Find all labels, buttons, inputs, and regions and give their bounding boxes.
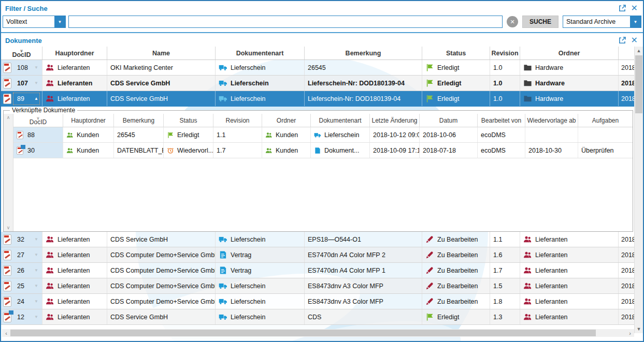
chevron-down-icon[interactable]: ▼ bbox=[34, 237, 38, 242]
doc-type: Lieferschein bbox=[231, 80, 269, 87]
linked-column-status[interactable]: Status bbox=[164, 114, 213, 127]
scroll-left-icon[interactable]: ‹ bbox=[2, 329, 10, 337]
chevron-down-icon[interactable]: ▼ bbox=[34, 81, 38, 85]
linked-column-docid[interactable]: ∨DocID bbox=[13, 114, 63, 127]
customers-people-icon bbox=[265, 147, 273, 154]
delivery-truck-icon bbox=[314, 131, 321, 139]
scroll-down-icon[interactable]: ▼ bbox=[635, 325, 643, 333]
chevron-down-icon[interactable]: ▼ bbox=[34, 268, 38, 273]
chevron-down-icon[interactable]: ▼ bbox=[34, 315, 38, 319]
edit-pen-icon bbox=[425, 250, 434, 259]
suppliers-people-icon bbox=[46, 297, 54, 306]
main-folder: Lieferanten bbox=[58, 298, 90, 305]
docid-cell: 89▲ bbox=[1, 91, 42, 106]
scroll-down-icon[interactable]: ∨ bbox=[7, 225, 10, 230]
doc-revision: 1.6 bbox=[490, 247, 520, 262]
doc-name: CDS Service GmbH bbox=[107, 91, 216, 106]
linked-column-bearbeitet-von[interactable]: Bearbeitet von bbox=[478, 114, 525, 127]
docid-cell: 27▼ bbox=[1, 247, 42, 262]
doc-status: Zu Bearbeiten bbox=[437, 282, 478, 290]
doc-folder: Lieferanten bbox=[535, 251, 568, 259]
edit-pen-icon bbox=[425, 235, 434, 244]
column-header-bemerkung[interactable]: Bemerkung bbox=[305, 47, 422, 60]
linked-column-aufgaben[interactable]: Aufgaben bbox=[578, 114, 633, 127]
horizontal-scrollbar-thumb[interactable] bbox=[10, 330, 596, 336]
linked-column-letzte-aenderung[interactable]: Letzte Änderung bbox=[370, 114, 420, 127]
scroll-up-icon[interactable]: ▲ bbox=[635, 47, 643, 55]
doc-note: ES8473dnv A3 Color MFP bbox=[305, 294, 422, 309]
column-header-hauptordner[interactable]: Hauptordner bbox=[42, 47, 107, 60]
edit-pen-icon bbox=[425, 297, 434, 306]
linked-column-datum[interactable]: Datum bbox=[420, 114, 478, 127]
scroll-right-icon[interactable]: › bbox=[626, 329, 634, 337]
linked-column-revision[interactable]: Revision bbox=[213, 114, 262, 127]
column-header-docid[interactable]: ∨DocID bbox=[1, 47, 42, 60]
chevron-down-icon[interactable]: ▼ bbox=[34, 252, 38, 257]
linked-column-dokumentenart[interactable]: Dokumentenart bbox=[311, 114, 370, 127]
suppliers-people-icon bbox=[46, 313, 54, 321]
delivery-truck-icon bbox=[219, 79, 227, 87]
chevron-down-icon[interactable]: ▼ bbox=[34, 299, 38, 304]
table-row-26[interactable]: 26▼ Lieferanten CDS Computer Demo+Servic… bbox=[1, 263, 634, 278]
column-header-ordner[interactable]: Ordner bbox=[520, 47, 619, 60]
popout-window-icon[interactable] bbox=[619, 5, 626, 12]
linked-column-hauptordner[interactable]: Hauptordner bbox=[63, 114, 114, 127]
done-flag-icon bbox=[425, 79, 434, 87]
linked-column-ordner[interactable]: Ordner bbox=[262, 114, 311, 127]
linked-column-bemerkung[interactable]: Bemerkung bbox=[114, 114, 164, 127]
linked-row-88[interactable]: 88 Kunden 26545 Erledigt 1.1 Kunden Lief… bbox=[13, 127, 633, 143]
column-header-dokumentenart[interactable]: Dokumentenart bbox=[216, 47, 305, 60]
suppliers-people-icon bbox=[523, 235, 532, 244]
table-row-25[interactable]: 25▼ Lieferanten CDS Computer Demo+Servic… bbox=[1, 278, 634, 294]
doc-folder: Lieferanten bbox=[535, 298, 568, 305]
doc-date: 2018-07-18 bbox=[420, 143, 478, 158]
linked-vertical-scrollbar[interactable]: ∧ ∨ bbox=[4, 114, 13, 231]
pdf-icon bbox=[3, 250, 11, 260]
search-input[interactable] bbox=[68, 16, 503, 28]
chevron-down-icon[interactable]: ▼ bbox=[34, 65, 38, 70]
search-button[interactable]: SUCHE bbox=[522, 16, 559, 28]
delivery-truck-icon bbox=[219, 313, 227, 321]
vertical-scrollbar[interactable]: ▲ ▼ bbox=[634, 47, 643, 333]
clear-search-icon[interactable]: ✕ bbox=[507, 16, 518, 27]
column-header-revision[interactable]: Revision bbox=[490, 47, 520, 60]
horizontal-scrollbar[interactable]: ‹ › bbox=[2, 329, 634, 337]
linked-column-wiedervorlage-ab[interactable]: Wiedervorlage ab bbox=[525, 114, 578, 127]
scroll-up-icon[interactable]: ∧ bbox=[7, 115, 10, 120]
table-row-24[interactable]: 24▼ Lieferanten CDS Computer Demo+Servic… bbox=[1, 294, 634, 309]
table-row-108[interactable]: 108▼ Lieferanten OKI Marketing Center Li… bbox=[1, 60, 634, 76]
table-row-27[interactable]: 27▼ Lieferanten CDS Computer Demo+Servic… bbox=[1, 247, 634, 263]
table-row-107[interactable]: 107▼ Lieferanten CDS Service GmbH Liefer… bbox=[1, 76, 634, 91]
chevron-down-icon[interactable]: ▼ bbox=[34, 284, 38, 288]
archive-select[interactable]: Standard Archive ▼ bbox=[563, 16, 641, 28]
search-type-select[interactable]: Volltext ▼ bbox=[3, 16, 66, 28]
chevron-down-icon[interactable]: ▼ bbox=[630, 16, 641, 27]
done-flag-icon bbox=[167, 131, 174, 139]
search-type-value: Volltext bbox=[3, 18, 30, 25]
linked-row-30[interactable]: 30 Kunden DATENBLATT_E... Wiedervorl... … bbox=[13, 143, 633, 158]
doc-revision: 1.7 bbox=[490, 263, 520, 278]
doc-type: Dokument... bbox=[324, 147, 359, 154]
vertical-scrollbar-thumb[interactable] bbox=[635, 55, 642, 113]
docid-cell: 108▼ bbox=[1, 60, 42, 75]
tasks bbox=[578, 127, 633, 142]
column-header-name[interactable]: Name bbox=[107, 47, 216, 60]
close-icon[interactable]: ✕ bbox=[631, 4, 638, 12]
doc-status: Erledigt bbox=[437, 314, 459, 321]
column-header-datum-cut[interactable] bbox=[619, 47, 634, 60]
done-flag-icon bbox=[425, 313, 434, 321]
table-row-12[interactable]: 12▼ Lieferanten CDS Service GmbH Liefers… bbox=[1, 309, 634, 325]
table-row-89-selected[interactable]: 89▲ Lieferanten CDS Service GmbH Liefers… bbox=[1, 91, 634, 107]
column-header-status[interactable]: Status bbox=[422, 47, 490, 60]
chevron-up-icon[interactable]: ▲ bbox=[34, 96, 38, 101]
doc-date-cut: 2018 bbox=[619, 263, 634, 278]
close-icon[interactable]: ✕ bbox=[631, 36, 638, 44]
doc-id: 25 bbox=[17, 282, 24, 290]
doc-name: CDS Service GmbH bbox=[107, 232, 216, 247]
table-row-32[interactable]: 32▼ Lieferanten CDS Service GmbH Liefers… bbox=[1, 232, 634, 247]
chevron-down-icon[interactable]: ▼ bbox=[54, 16, 65, 27]
pdf-icon bbox=[3, 265, 11, 276]
edit-pen-icon bbox=[425, 266, 434, 275]
doc-folder: Kunden bbox=[276, 131, 298, 139]
popout-window-icon[interactable] bbox=[619, 37, 626, 44]
